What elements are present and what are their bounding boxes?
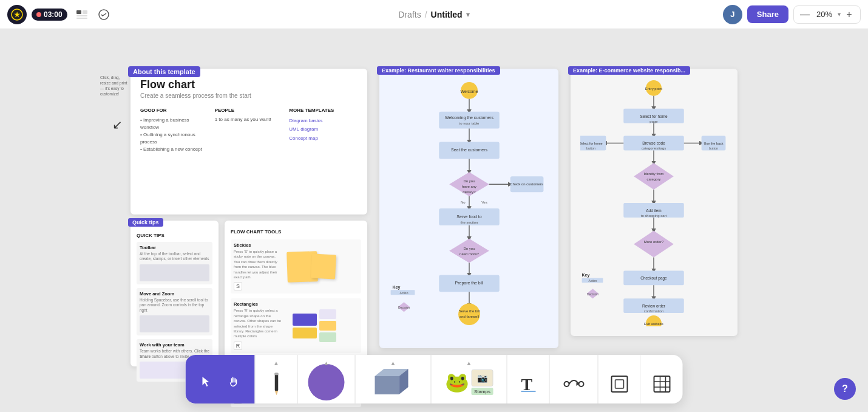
frame-section [598, 355, 640, 403]
svg-rect-111 [611, 376, 627, 392]
ecommerce-card: Example: E-commerce website responsib...… [571, 69, 737, 336]
svg-text:Exit website: Exit website [644, 322, 664, 326]
svg-marker-83 [634, 231, 674, 258]
zoom-minus-button[interactable]: — [799, 9, 811, 21]
draw-expand-icon[interactable]: ▲ [273, 360, 279, 366]
svg-text:Browse code: Browse code [642, 141, 665, 145]
svg-text:Do you: Do you [464, 179, 475, 183]
zoom-control: — 20% ▾ + [793, 5, 861, 24]
svg-marker-40 [449, 239, 489, 263]
zoom-chevron-icon[interactable]: ▾ [838, 11, 841, 18]
svg-text:have any: have any [462, 185, 476, 188]
shapes-expand-icon[interactable]: ▲ [324, 360, 330, 366]
3d-expand-icon[interactable]: ▲ [390, 360, 396, 366]
tip-move-zoom: Move and Zoom Holding Spacebar, use the … [137, 288, 212, 335]
restaurant-label: Example: Restaurant waiter responsibilit… [377, 66, 500, 75]
tip-toolbar: Toolbar At the top of the toolbar, selec… [137, 242, 212, 284]
timer-dot [36, 12, 41, 17]
svg-marker-101 [274, 391, 278, 395]
zoom-plus-button[interactable]: + [843, 9, 855, 21]
svg-text:to shopping cart: to shopping cart [641, 214, 667, 218]
user-avatar[interactable]: J [723, 5, 742, 24]
more-templates-title: MORE TEMPLATES [289, 108, 358, 113]
hand-tool-button[interactable] [221, 368, 248, 395]
breadcrumb-title[interactable]: Untitled [431, 10, 463, 19]
tool-rectangles: Rectangles Press 'R' to quickly select a… [231, 298, 361, 352]
connector-tool-button[interactable] [560, 371, 587, 397]
flow-chart-card-label: About this template [128, 66, 200, 77]
svg-text:Serve the bill: Serve the bill [459, 309, 480, 313]
3d-shape-icon [366, 364, 421, 400]
svg-text:Serve food to: Serve food to [456, 215, 481, 219]
quick-tips-label: Quick tips [128, 218, 163, 227]
cursor-icon: ↙ [112, 117, 123, 132]
select-tool-button[interactable] [193, 368, 220, 395]
svg-text:Prepare the bill: Prepare the bill [455, 281, 484, 286]
connector-section [549, 355, 598, 403]
svg-text:★: ★ [14, 11, 21, 18]
svg-text:Select for home: Select for home [580, 142, 603, 145]
text-section: T [507, 355, 549, 403]
svg-text:category: category [647, 177, 661, 181]
svg-text:Checkout page: Checkout page [640, 276, 667, 281]
svg-text:and farewell: and farewell [459, 315, 479, 318]
breadcrumb: Drafts / Untitled ▾ [398, 10, 469, 19]
share-button[interactable]: Share [747, 5, 788, 23]
svg-rect-19 [439, 112, 500, 129]
more-templates-links[interactable]: Diagram basics UML diagram Concept map [289, 117, 358, 143]
app-logo[interactable]: ★ [7, 5, 27, 24]
svg-text:button: button [586, 146, 595, 150]
svg-rect-4 [76, 15, 87, 16]
good-for-title: GOOD FOR [140, 108, 209, 113]
table-tool-button[interactable] [648, 371, 675, 397]
svg-text:dietary?: dietary? [463, 190, 476, 194]
bottom-toolbar: ▲ ▲ ▲ ▲ 🐸 [186, 355, 683, 403]
svg-text:Identity from: Identity from [644, 172, 664, 176]
breadcrumb-drafts[interactable]: Drafts [398, 10, 421, 19]
svg-marker-75 [634, 163, 674, 190]
restaurant-card: Example: Restaurant waiter responsibilit… [379, 69, 558, 348]
svg-marker-99 [203, 377, 209, 386]
svg-text:to your table: to your table [459, 122, 480, 125]
frame-tool-button[interactable] [606, 371, 632, 397]
ecommerce-label: Example: E-commerce website responsib... [568, 66, 690, 75]
breadcrumb-separator: / [425, 10, 427, 19]
sticker-label: Stamps [472, 388, 493, 395]
activity-button[interactable] [94, 5, 114, 24]
instruction-note: Click, drag, resize and print — it's eas… [100, 75, 127, 97]
view-toggle-button[interactable] [72, 5, 92, 24]
help-button[interactable]: ? [834, 378, 856, 400]
breadcrumb-chevron-icon[interactable]: ▾ [466, 10, 470, 19]
svg-text:the section: the section [461, 221, 478, 224]
svg-text:Action: Action [589, 280, 597, 283]
sticker-section: ▲ 🐸 📷 Stamps [431, 355, 507, 403]
toolbar-right: J Share — 20% ▾ + [723, 5, 861, 24]
3d-shapes-section: ▲ [355, 355, 431, 403]
good-for-items: • Improving a business workflow • Outlin… [140, 117, 209, 153]
zoom-value: 20% [813, 10, 835, 19]
people-value: 1 to as many as you want! [215, 117, 283, 122]
flow-chart-subtitle: Create a seamless process from the start [140, 92, 358, 99]
draw-tool-button[interactable] [263, 371, 290, 397]
svg-text:page: page [649, 120, 658, 123]
flow-chart-tools-title: FLOW CHART TOOLS [231, 229, 361, 235]
svg-text:Decision: Decision [398, 306, 410, 309]
svg-text:Select for home: Select for home [640, 114, 668, 118]
svg-text:Do you: Do you [464, 247, 475, 250]
tool-stickies: Stickies Press 'S' to quickly place a st… [231, 239, 361, 294]
frog-sticker: 🐸 [445, 371, 469, 394]
svg-text:confirmation: confirmation [644, 309, 664, 313]
timer-badge: 03:00 [32, 9, 67, 21]
select-tools-section [186, 355, 255, 403]
svg-text:Action: Action [400, 292, 409, 295]
svg-point-108 [564, 382, 569, 386]
toolbar-left: ★ 03:00 [7, 5, 114, 24]
sticker-expand-icon[interactable]: ▲ [466, 360, 472, 366]
svg-text:Review order: Review order [642, 304, 666, 308]
svg-rect-100 [274, 373, 278, 391]
svg-text:More order?: More order? [644, 240, 664, 244]
text-tool-button[interactable]: T [515, 371, 541, 397]
draw-section: ▲ [255, 355, 297, 403]
svg-text:Use the back: Use the back [704, 142, 724, 145]
svg-text:Seat the customers: Seat the customers [451, 148, 487, 152]
